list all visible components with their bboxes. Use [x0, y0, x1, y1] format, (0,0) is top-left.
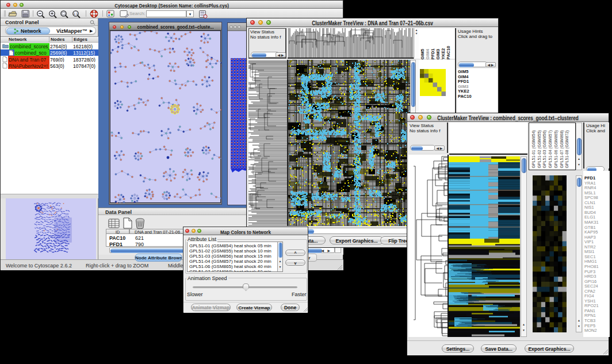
svg-text:1:1: 1:1: [73, 12, 78, 16]
